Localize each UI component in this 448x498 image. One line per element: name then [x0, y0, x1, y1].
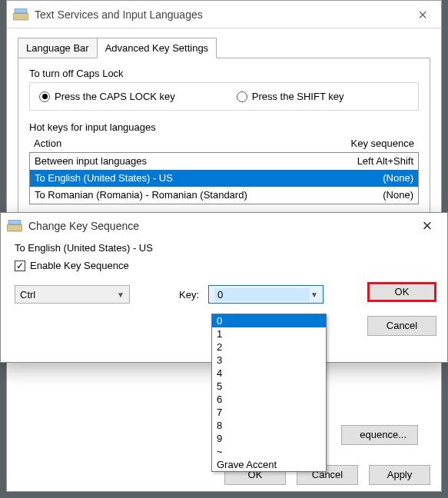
svg-rect-0	[13, 13, 28, 20]
child-cancel-button[interactable]: Cancel	[367, 316, 436, 336]
dropdown-item[interactable]: 1	[212, 327, 326, 340]
dropdown-item[interactable]: 8	[212, 419, 326, 432]
svg-rect-3	[8, 220, 21, 224]
svg-rect-1	[15, 8, 27, 13]
radio-caps-lock[interactable]: Press the CAPS LOCK key	[39, 91, 175, 102]
col-action-header: Action	[34, 138, 351, 149]
keyboard-icon	[7, 220, 22, 232]
chevron-down-icon: ▼	[117, 290, 124, 299]
child-title: Change Key Sequence	[28, 220, 410, 232]
radio-caps-lock-label: Press the CAPS LOCK key	[55, 91, 175, 102]
list-item[interactable]: Between input languages Left Alt+Shift	[30, 153, 418, 170]
dropdown-item[interactable]: 2	[212, 340, 326, 354]
radio-shift-label: Press the SHIFT key	[252, 91, 344, 102]
list-item[interactable]: To English (United States) - US (None)	[30, 170, 418, 187]
tab-strip: Language Bar Advanced Key Settings	[18, 38, 430, 58]
list-item-seq: (None)	[383, 189, 413, 201]
child-subtitle: To English (United States) - US	[15, 242, 433, 254]
child-titlebar: Change Key Sequence ×	[1, 213, 447, 239]
parent-close-icon: ×	[407, 7, 438, 22]
list-item-seq: (None)	[383, 172, 413, 184]
caps-lock-group-label: To turn off Caps Lock	[29, 68, 419, 79]
radio-icon	[237, 91, 247, 102]
dropdown-item[interactable]: Grave Accent	[212, 458, 326, 471]
dropdown-item[interactable]: ~	[212, 445, 326, 458]
hotkeys-list[interactable]: Between input languages Left Alt+Shift T…	[29, 152, 419, 204]
chevron-down-icon: ▼	[310, 290, 318, 299]
radio-icon	[39, 91, 50, 102]
radio-shift[interactable]: Press the SHIFT key	[237, 91, 344, 102]
hotkeys-list-header: Action Key sequence	[29, 136, 419, 151]
key-label: Key:	[179, 289, 199, 300]
dropdown-item[interactable]: 7	[212, 406, 326, 419]
child-ok-button[interactable]: OK	[367, 282, 436, 302]
hotkeys-group-label: Hot keys for input languages	[29, 121, 419, 133]
list-item-action: To Romanian (Romania) - Romanian (Standa…	[35, 189, 383, 201]
modifier-value: Ctrl	[20, 289, 35, 300]
key-dropdown-list[interactable]: 0 1 2 3 4 5 6 7 8 9 ~ Grave Accent	[211, 314, 327, 472]
dropdown-item[interactable]: 3	[212, 354, 326, 367]
change-key-sequence-button[interactable]: equence...	[341, 425, 418, 445]
close-icon[interactable]: ×	[410, 217, 444, 234]
tab-content: To turn off Caps Lock Press the CAPS LOC…	[18, 58, 430, 214]
svg-rect-2	[7, 224, 22, 231]
key-combo[interactable]: 0 ▼	[208, 285, 324, 304]
list-item-seq: Left Alt+Shift	[357, 155, 413, 167]
dropdown-item[interactable]: 5	[212, 380, 326, 393]
dropdown-item[interactable]: 9	[212, 432, 326, 445]
dropdown-item[interactable]: 0	[212, 314, 326, 327]
list-item-action: To English (United States) - US	[35, 172, 383, 184]
parent-title: Text Services and Input Languages	[35, 8, 407, 21]
dropdown-item[interactable]: 4	[212, 367, 326, 380]
list-item-action: Between input languages	[35, 155, 357, 167]
tab-language-bar[interactable]: Language Bar	[18, 38, 98, 58]
checkbox-icon: ✓	[15, 261, 25, 271]
modifier-combo[interactable]: Ctrl ▼	[15, 285, 130, 304]
parent-titlebar: Text Services and Input Languages ×	[7, 1, 441, 28]
tab-advanced-key-settings[interactable]: Advanced Key Settings	[97, 38, 217, 58]
list-item[interactable]: To Romanian (Romania) - Romanian (Standa…	[30, 187, 418, 204]
keyboard-icon	[13, 8, 28, 21]
enable-key-sequence-label: Enable Key Sequence	[30, 260, 129, 271]
enable-key-sequence-checkbox[interactable]: ✓ Enable Key Sequence	[15, 260, 433, 271]
caps-lock-group: Press the CAPS LOCK key Press the SHIFT …	[29, 82, 419, 111]
parent-apply-button[interactable]: Apply	[369, 465, 430, 485]
dropdown-item[interactable]: 6	[212, 393, 326, 406]
key-value: 0	[214, 288, 310, 301]
col-seq-header: Key sequence	[351, 138, 414, 149]
